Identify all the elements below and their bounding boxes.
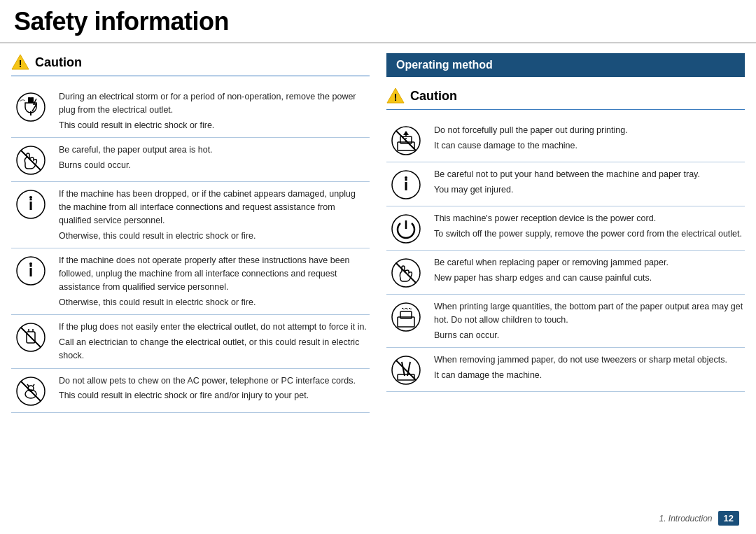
no-pull-paper-icon xyxy=(391,125,421,156)
text-cell-sharp-paper: Be careful when replacing paper or remov… xyxy=(434,256,745,285)
page-title: Safety information xyxy=(14,7,229,36)
icon-cell-hand-between: i xyxy=(386,168,426,200)
svg-point-36 xyxy=(405,176,407,179)
svg-line-25 xyxy=(33,384,34,386)
icon-cell-no-pull-paper xyxy=(386,124,426,156)
caution-header-left: ! Caution xyxy=(11,53,370,71)
text-cell-no-pets: Do not allow pets to chew on the AC powe… xyxy=(59,374,370,403)
plug-no-force-icon xyxy=(15,322,46,353)
text-cell-electrical-storm: During an electrical storm or for a peri… xyxy=(59,90,370,132)
svg-line-44 xyxy=(396,360,416,380)
dropped-machine-icon: i xyxy=(15,189,46,220)
caution-triangle-icon-left: ! xyxy=(11,53,29,71)
svg-marker-33 xyxy=(403,131,409,135)
footer-section-label: 1. Introduction xyxy=(659,514,712,524)
text-cell-hot-output: Be careful, the paper output area is hot… xyxy=(59,143,370,172)
page-footer: 1. Introduction 12 xyxy=(659,511,739,526)
caution-row-hand-between: i Be careful not to put your hand betwee… xyxy=(386,162,745,206)
caution-label-left: Caution xyxy=(35,55,82,70)
hot-output-large-icon xyxy=(391,302,421,332)
improper-operation-icon: i xyxy=(15,255,46,286)
caution-row-power-cord: This machine's power reception device is… xyxy=(386,206,745,251)
caution-label-right: Caution xyxy=(410,89,457,104)
caution-header-right: ! Caution xyxy=(386,87,745,105)
svg-point-14 xyxy=(29,262,32,265)
text-cell-no-pull-paper: Do not forcefully pull the paper out dur… xyxy=(434,124,745,153)
icon-cell-plug-no-force xyxy=(11,321,50,353)
svg-text:!: ! xyxy=(394,92,398,103)
main-content: ! Caution xyxy=(0,53,756,413)
sharp-paper-icon xyxy=(391,258,421,288)
text-cell-dropped-machine: If the machine has been dropped, or if t… xyxy=(59,188,370,242)
caution-row-no-tweezers: When removing jammed paper, do not use t… xyxy=(386,348,745,392)
icon-cell-electrical-storm xyxy=(11,90,50,122)
icon-cell-sharp-paper xyxy=(386,256,426,288)
svg-rect-4 xyxy=(31,97,34,103)
text-cell-plug-no-force: If the plug does not easily enter the el… xyxy=(59,321,370,362)
icon-cell-no-tweezers xyxy=(386,353,426,386)
hand-between-icon: i xyxy=(391,169,421,200)
icon-cell-dropped-machine: i xyxy=(11,188,50,220)
electrical-storm-icon xyxy=(15,92,46,122)
caution-row-plug-no-force: If the plug does not easily enter the el… xyxy=(11,315,370,368)
caution-row-sharp-paper: Be careful when replacing paper or remov… xyxy=(386,251,745,295)
svg-rect-3 xyxy=(28,97,31,103)
caution-row-hot-output-large: When printing large quantities, the bott… xyxy=(386,295,745,348)
icon-cell-improper-operation: i xyxy=(11,254,50,286)
left-column: ! Caution xyxy=(11,53,370,413)
caution-triangle-icon-right: ! xyxy=(386,87,405,105)
svg-line-24 xyxy=(27,384,29,386)
svg-text:!: ! xyxy=(19,58,22,69)
caution-row-hot-output: Be careful, the paper output area is hot… xyxy=(11,138,370,182)
caution-row-improper-operation: i If the machine does not operate proper… xyxy=(11,248,370,315)
text-cell-improper-operation: If the machine does not operate properly… xyxy=(59,254,370,309)
svg-line-16 xyxy=(21,328,41,347)
caution-row-no-pull-paper: Do not forcefully pull the paper out dur… xyxy=(386,118,745,162)
svg-line-39 xyxy=(396,263,416,283)
icon-cell-no-pets xyxy=(11,374,50,407)
operating-method-header: Operating method xyxy=(386,53,745,77)
no-tweezers-icon xyxy=(391,355,421,386)
power-cord-icon xyxy=(391,213,421,244)
text-cell-no-tweezers: When removing jammed paper, do not use t… xyxy=(434,353,745,382)
icon-cell-hot-output xyxy=(11,143,50,176)
svg-point-2 xyxy=(17,93,45,121)
right-column: Operating method ! Caution xyxy=(386,53,745,413)
no-pets-icon xyxy=(15,376,46,407)
text-cell-hand-between: Be careful not to put your hand between … xyxy=(434,168,745,197)
icon-cell-hot-output-large xyxy=(386,300,426,332)
caution-row-dropped-machine: i If the machine has been dropped, or if… xyxy=(11,182,370,248)
section-divider-right xyxy=(386,109,745,110)
text-cell-power-cord: This machine's power reception device is… xyxy=(434,212,745,241)
page-header: Safety information xyxy=(0,0,756,43)
svg-line-8 xyxy=(21,150,41,170)
text-cell-hot-output-large: When printing large quantities, the bott… xyxy=(434,300,745,342)
hot-output-icon xyxy=(15,145,46,176)
section-divider-left xyxy=(11,76,370,76)
footer-page-number: 12 xyxy=(718,511,739,526)
svg-point-11 xyxy=(29,196,32,199)
caution-row-electrical-storm: During an electrical storm or for a peri… xyxy=(11,85,370,138)
icon-cell-power-cord xyxy=(386,212,426,244)
caution-row-no-pets: Do not allow pets to chew on the AC powe… xyxy=(11,369,370,413)
